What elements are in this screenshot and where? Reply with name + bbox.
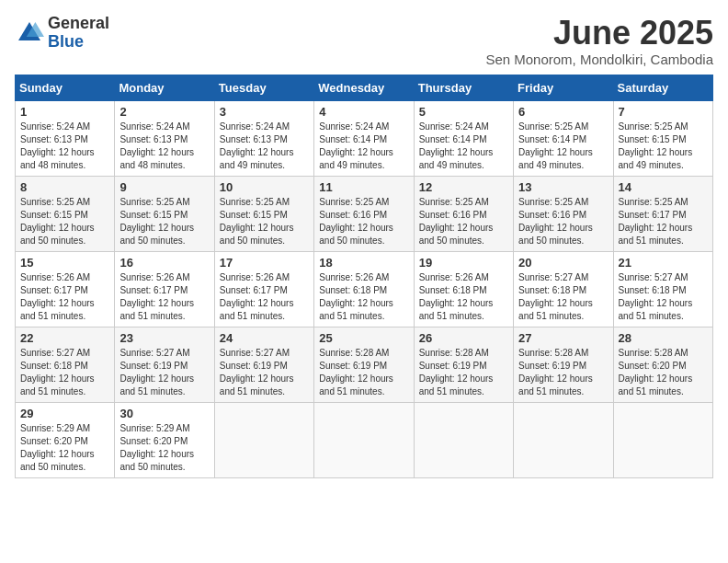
day-info: Sunrise: 5:25 AMSunset: 6:15 PMDaylight:… xyxy=(619,121,693,170)
day-info: Sunrise: 5:24 AMSunset: 6:14 PMDaylight:… xyxy=(419,121,494,170)
day-number: 3 xyxy=(220,105,309,119)
day-cell-22: 22 Sunrise: 5:27 AMSunset: 6:18 PMDaylig… xyxy=(16,327,115,402)
day-number: 22 xyxy=(20,331,109,345)
day-number: 20 xyxy=(518,256,608,270)
day-cell-1: 1 Sunrise: 5:24 AMSunset: 6:13 PMDayligh… xyxy=(16,100,115,176)
day-number: 8 xyxy=(20,180,109,194)
week-row-2: 8 Sunrise: 5:25 AMSunset: 6:15 PMDayligh… xyxy=(16,176,713,251)
day-info: Sunrise: 5:24 AMSunset: 6:14 PMDaylight:… xyxy=(319,121,393,170)
day-number: 4 xyxy=(319,105,408,119)
header-monday: Monday xyxy=(115,75,214,100)
empty-cell xyxy=(514,402,613,477)
day-number: 16 xyxy=(119,256,209,270)
day-number: 15 xyxy=(20,256,109,270)
day-info: Sunrise: 5:27 AMSunset: 6:18 PMDaylight:… xyxy=(518,272,593,321)
calendar-table: SundayMondayTuesdayWednesdayThursdayFrid… xyxy=(15,75,713,478)
empty-cell xyxy=(214,402,313,477)
day-number: 1 xyxy=(20,105,109,119)
day-info: Sunrise: 5:26 AMSunset: 6:18 PMDaylight:… xyxy=(319,272,393,321)
day-info: Sunrise: 5:24 AMSunset: 6:13 PMDaylight:… xyxy=(119,121,194,170)
day-info: Sunrise: 5:24 AMSunset: 6:13 PMDaylight:… xyxy=(20,121,95,170)
day-info: Sunrise: 5:27 AMSunset: 6:18 PMDaylight:… xyxy=(20,348,95,396)
logo-icon xyxy=(15,18,44,48)
header-row: SundayMondayTuesdayWednesdayThursdayFrid… xyxy=(16,75,713,100)
day-number: 17 xyxy=(220,256,309,270)
title-area: June 2025 Sen Monorom, Mondolkiri, Cambo… xyxy=(485,15,713,67)
day-number: 27 xyxy=(518,331,608,345)
header-sunday: Sunday xyxy=(16,75,115,100)
location-text: Sen Monorom, Mondolkiri, Cambodia xyxy=(485,52,713,67)
empty-cell xyxy=(414,402,513,477)
empty-cell xyxy=(314,402,414,477)
day-info: Sunrise: 5:25 AMSunset: 6:15 PMDaylight:… xyxy=(220,197,294,246)
day-number: 6 xyxy=(518,105,608,119)
day-number: 13 xyxy=(518,180,608,194)
day-number: 25 xyxy=(319,331,408,345)
day-cell-3: 3 Sunrise: 5:24 AMSunset: 6:13 PMDayligh… xyxy=(214,100,313,176)
day-info: Sunrise: 5:25 AMSunset: 6:16 PMDaylight:… xyxy=(319,197,393,246)
day-cell-16: 16 Sunrise: 5:26 AMSunset: 6:17 PMDaylig… xyxy=(115,251,214,327)
week-row-1: 1 Sunrise: 5:24 AMSunset: 6:13 PMDayligh… xyxy=(16,100,713,176)
day-info: Sunrise: 5:25 AMSunset: 6:15 PMDaylight:… xyxy=(20,197,95,246)
day-cell-29: 29 Sunrise: 5:29 AMSunset: 6:20 PMDaylig… xyxy=(16,402,115,477)
day-cell-17: 17 Sunrise: 5:26 AMSunset: 6:17 PMDaylig… xyxy=(214,251,313,327)
day-info: Sunrise: 5:26 AMSunset: 6:17 PMDaylight:… xyxy=(119,272,194,321)
day-cell-28: 28 Sunrise: 5:28 AMSunset: 6:20 PMDaylig… xyxy=(613,327,712,402)
day-cell-15: 15 Sunrise: 5:26 AMSunset: 6:17 PMDaylig… xyxy=(16,251,115,327)
week-row-5: 29 Sunrise: 5:29 AMSunset: 6:20 PMDaylig… xyxy=(16,402,713,477)
day-cell-2: 2 Sunrise: 5:24 AMSunset: 6:13 PMDayligh… xyxy=(115,100,214,176)
day-info: Sunrise: 5:25 AMSunset: 6:16 PMDaylight:… xyxy=(518,197,593,246)
day-info: Sunrise: 5:27 AMSunset: 6:19 PMDaylight:… xyxy=(220,348,294,396)
day-info: Sunrise: 5:25 AMSunset: 6:17 PMDaylight:… xyxy=(619,197,693,246)
day-info: Sunrise: 5:26 AMSunset: 6:17 PMDaylight:… xyxy=(220,272,294,321)
day-cell-27: 27 Sunrise: 5:28 AMSunset: 6:19 PMDaylig… xyxy=(514,327,613,402)
day-cell-10: 10 Sunrise: 5:25 AMSunset: 6:15 PMDaylig… xyxy=(214,176,313,251)
day-number: 21 xyxy=(619,256,708,270)
day-number: 10 xyxy=(220,180,309,194)
day-cell-26: 26 Sunrise: 5:28 AMSunset: 6:19 PMDaylig… xyxy=(414,327,513,402)
day-info: Sunrise: 5:27 AMSunset: 6:19 PMDaylight:… xyxy=(119,348,194,396)
day-cell-4: 4 Sunrise: 5:24 AMSunset: 6:14 PMDayligh… xyxy=(314,100,414,176)
day-cell-18: 18 Sunrise: 5:26 AMSunset: 6:18 PMDaylig… xyxy=(314,251,414,327)
logo-blue-text: Blue xyxy=(48,33,109,52)
day-cell-24: 24 Sunrise: 5:27 AMSunset: 6:19 PMDaylig… xyxy=(214,327,313,402)
day-info: Sunrise: 5:26 AMSunset: 6:17 PMDaylight:… xyxy=(20,272,95,321)
day-cell-20: 20 Sunrise: 5:27 AMSunset: 6:18 PMDaylig… xyxy=(514,251,613,327)
day-number: 12 xyxy=(419,180,508,194)
day-number: 14 xyxy=(619,180,708,194)
week-row-4: 22 Sunrise: 5:27 AMSunset: 6:18 PMDaylig… xyxy=(16,327,713,402)
day-cell-5: 5 Sunrise: 5:24 AMSunset: 6:14 PMDayligh… xyxy=(414,100,513,176)
day-info: Sunrise: 5:25 AMSunset: 6:14 PMDaylight:… xyxy=(518,121,593,170)
day-number: 19 xyxy=(419,256,508,270)
day-number: 18 xyxy=(319,256,408,270)
day-info: Sunrise: 5:28 AMSunset: 6:19 PMDaylight:… xyxy=(419,348,494,396)
header-tuesday: Tuesday xyxy=(214,75,313,100)
logo-general-text: General xyxy=(48,15,109,33)
logo: General Blue xyxy=(15,15,109,52)
day-number: 29 xyxy=(20,407,109,420)
day-cell-7: 7 Sunrise: 5:25 AMSunset: 6:15 PMDayligh… xyxy=(613,100,712,176)
day-number: 5 xyxy=(419,105,508,119)
day-cell-19: 19 Sunrise: 5:26 AMSunset: 6:18 PMDaylig… xyxy=(414,251,513,327)
header-friday: Friday xyxy=(514,75,613,100)
day-info: Sunrise: 5:28 AMSunset: 6:20 PMDaylight:… xyxy=(619,348,693,396)
day-cell-9: 9 Sunrise: 5:25 AMSunset: 6:15 PMDayligh… xyxy=(115,176,214,251)
page-header: General Blue June 2025 Sen Monorom, Mond… xyxy=(15,15,713,67)
day-cell-23: 23 Sunrise: 5:27 AMSunset: 6:19 PMDaylig… xyxy=(115,327,214,402)
day-number: 11 xyxy=(319,180,408,194)
day-info: Sunrise: 5:25 AMSunset: 6:15 PMDaylight:… xyxy=(119,197,194,246)
day-cell-25: 25 Sunrise: 5:28 AMSunset: 6:19 PMDaylig… xyxy=(314,327,414,402)
day-number: 30 xyxy=(119,407,209,420)
header-thursday: Thursday xyxy=(414,75,513,100)
day-cell-30: 30 Sunrise: 5:29 AMSunset: 6:20 PMDaylig… xyxy=(115,402,214,477)
day-number: 28 xyxy=(619,331,708,345)
day-number: 23 xyxy=(119,331,209,345)
day-cell-13: 13 Sunrise: 5:25 AMSunset: 6:16 PMDaylig… xyxy=(514,176,613,251)
day-number: 7 xyxy=(619,105,708,119)
month-title: June 2025 xyxy=(485,15,713,52)
day-info: Sunrise: 5:28 AMSunset: 6:19 PMDaylight:… xyxy=(518,348,593,396)
day-cell-12: 12 Sunrise: 5:25 AMSunset: 6:16 PMDaylig… xyxy=(414,176,513,251)
day-number: 2 xyxy=(119,105,209,119)
day-info: Sunrise: 5:25 AMSunset: 6:16 PMDaylight:… xyxy=(419,197,494,246)
header-saturday: Saturday xyxy=(613,75,712,100)
